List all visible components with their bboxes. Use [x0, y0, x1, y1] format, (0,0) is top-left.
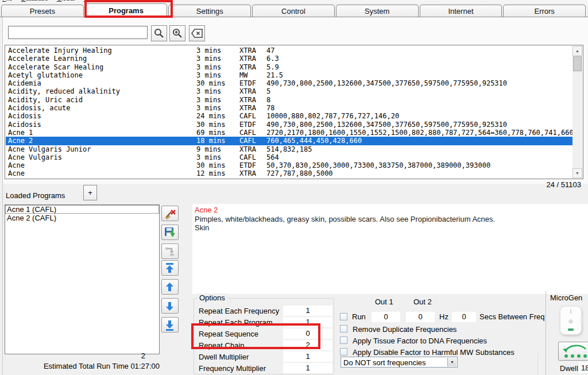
program-name: Accelerate Injury Healing — [8, 47, 196, 55]
program-frequencies: 78 — [266, 104, 572, 112]
chevron-down-icon[interactable]: ▼ — [447, 358, 457, 366]
scroll-down-icon[interactable]: ▼ — [572, 168, 582, 178]
run-checkbox[interactable] — [340, 313, 347, 320]
option-value-field[interactable]: 1 — [283, 317, 332, 327]
scroll-up-icon[interactable]: ▲ — [572, 46, 582, 56]
move-top-button[interactable] — [161, 260, 179, 276]
program-row[interactable]: Accelerate Injury Healing3 minsXTRA47 — [6, 47, 572, 55]
program-list-scrollbar[interactable]: ▲ ▼ — [572, 46, 582, 178]
program-name: Acne — [8, 169, 196, 177]
tab-system[interactable]: System — [336, 5, 419, 17]
program-type: ETDF — [239, 79, 266, 87]
add-program-button[interactable]: + — [83, 185, 97, 200]
menu-item[interactable]: File — [2, 0, 13, 2]
tab-control[interactable]: Control — [252, 5, 335, 17]
option-label: Repeat Sequence — [199, 330, 258, 338]
device-side-tab — [581, 316, 582, 323]
out2-field[interactable]: 0 — [406, 312, 435, 322]
search-zoom-button[interactable] — [169, 25, 185, 41]
hz-label: Hz — [439, 312, 448, 321]
secs-field[interactable]: 0 — [452, 312, 476, 322]
program-frequencies: 514,832,185 — [266, 145, 572, 153]
broom-clear-icon — [164, 207, 176, 220]
search-input[interactable] — [8, 26, 148, 39]
loaded-program-item[interactable]: Acne 2 (CAFL) — [5, 214, 159, 222]
options-group-title: Options — [197, 293, 227, 302]
sort-dropdown[interactable]: Do NOT sort frequencies ▼ — [341, 357, 458, 368]
move-down-button[interactable] — [161, 298, 179, 314]
option-row: Dwell Multiplier1 — [194, 351, 334, 363]
menu-item[interactable]: Create — [105, 0, 123, 2]
option-value-field[interactable]: 2 — [283, 340, 332, 350]
tab-settings[interactable]: Settings — [168, 5, 251, 17]
loaded-programs-label: Loaded Programs — [6, 191, 65, 200]
program-row[interactable]: Acne 218 minsCAFL760,465,444,450,428,660 — [6, 137, 572, 145]
microgen-device-image — [560, 306, 582, 335]
option-label: Frequency Multiplier — [199, 364, 266, 373]
out1-header: Out 1 — [375, 297, 393, 306]
program-duration: 3 mins — [196, 153, 239, 161]
program-row[interactable]: Acetyl glutathione3 minsMW21.5 — [6, 71, 572, 79]
tab-presets[interactable]: Presets — [1, 5, 84, 17]
program-name: Aconite — [8, 178, 196, 179]
program-row[interactable]: Aconite15 minsCAFL3347,5611,2791 — [6, 178, 572, 179]
tab-programs[interactable]: Programs — [85, 3, 168, 17]
program-frequencies: 727,787,880,5000 — [266, 169, 572, 177]
option-row: Repeat Sequence0 — [194, 328, 334, 340]
program-row[interactable]: Accelerate Learning3 minsXTRA6.3 — [6, 55, 572, 63]
option-label: Dwell Multiplier — [199, 353, 249, 361]
scrollbar-thumb[interactable] — [573, 56, 582, 71]
program-row[interactable]: Acidosis30 minsETDF490,730,800,2500,1326… — [6, 121, 572, 129]
move-up-button[interactable] — [161, 279, 179, 295]
program-row[interactable]: Acidosis, acute3 minsXTRA78 — [6, 104, 572, 112]
program-frequencies: 5.9 — [266, 63, 572, 71]
move-bottom-button[interactable] — [161, 317, 179, 333]
tab-internet[interactable]: Internet — [420, 5, 502, 17]
tab-errors[interactable]: Errors — [503, 5, 586, 17]
loaded-program-item[interactable]: Acne 1 (CAFL) — [5, 205, 159, 214]
program-type: MW — [239, 71, 266, 79]
program-duration: 12 mins — [196, 169, 239, 177]
checkbox[interactable] — [340, 337, 347, 344]
clear-search-button[interactable] — [189, 25, 205, 41]
program-frequencies: 564 — [266, 153, 572, 161]
program-row[interactable]: Acidosis24 minsCAFL10000,880,802,787,776… — [6, 112, 572, 120]
menu-item[interactable]: Database — [21, 0, 48, 2]
checkbox[interactable] — [340, 348, 347, 355]
out1-field[interactable]: 0 — [372, 312, 400, 322]
output-checkbox-row: Remove Duplicate Frequencies — [340, 324, 548, 335]
microgen-divider — [546, 291, 546, 375]
program-frequencies: 490,730,800,2500,132600,347500,377650,59… — [266, 79, 572, 87]
option-value-field[interactable]: 1 — [283, 306, 332, 316]
program-frequencies: 6.3 — [266, 55, 572, 63]
clear-loaded-button[interactable] — [161, 206, 179, 221]
loaded-programs-list[interactable]: Acne 1 (CAFL)Acne 2 (CAFL) — [5, 204, 160, 354]
program-row[interactable]: Acne12 minsXTRA727,787,880,5000 — [6, 169, 572, 177]
move-up-icon — [164, 281, 176, 293]
option-value-field[interactable]: 1 — [283, 363, 332, 373]
tab-bar: PresetsProgramsSettingsControlSystemInte… — [1, 3, 587, 17]
save-loaded-button[interactable] — [161, 225, 179, 240]
search-button[interactable] — [151, 25, 167, 41]
option-value-field[interactable]: 0 — [283, 328, 332, 339]
program-row[interactable]: Acne30 minsETDF50,370,830,2500,3000,7330… — [6, 161, 572, 169]
program-row[interactable]: Accelerate Scar Healing3 minsXTRA5.9 — [6, 63, 572, 71]
program-row[interactable]: Acne Vulgaris Junior9 minsXTRA514,832,18… — [6, 145, 572, 153]
checkbox[interactable] — [340, 325, 347, 333]
program-row[interactable]: Acidity, Uric acid3 minsXTRA8 — [6, 96, 572, 104]
transfer-button[interactable] — [161, 243, 179, 259]
program-duration: 3 mins — [196, 55, 239, 63]
program-row[interactable]: Acne Vulgaris3 minsCAFL564 — [6, 153, 572, 161]
program-row[interactable]: Acidity, reduced alkalinity3 minsXTRA5 — [6, 87, 572, 95]
program-name: Acne Vulgaris — [8, 153, 196, 161]
program-row[interactable]: Acne 169 minsCAFL2720,2170,1800,1600,155… — [6, 129, 572, 137]
option-value-field[interactable]: 1 — [283, 351, 332, 362]
menu-item[interactable]: Utils — [84, 0, 96, 2]
program-frequencies: 3347,5611,2791 — [266, 178, 572, 179]
program-row[interactable]: Acidemia30 minsETDF490,730,800,2500,1326… — [6, 79, 572, 87]
program-frequencies: 47 — [266, 47, 572, 55]
menu-item[interactable]: Global — [57, 0, 75, 2]
dwell-field[interactable]: 18 — [579, 362, 588, 373]
microgen-loop-button[interactable] — [558, 342, 588, 361]
program-type: CAFL — [239, 178, 266, 179]
